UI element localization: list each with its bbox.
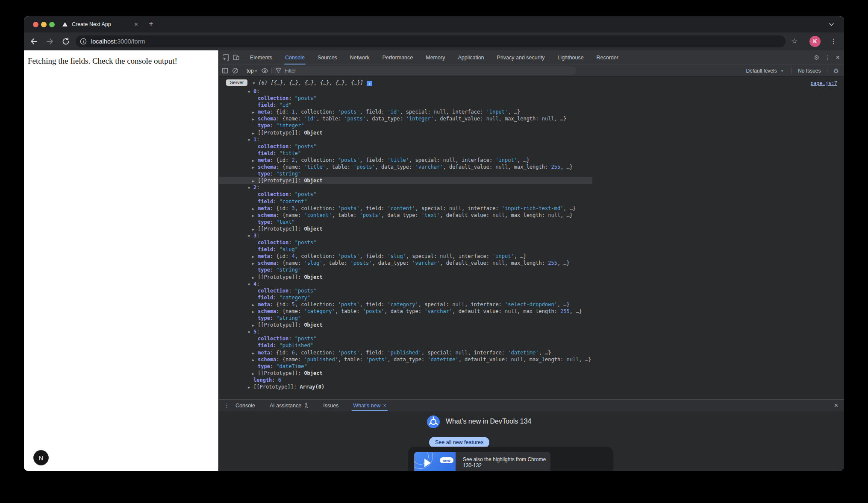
console-row[interactable]: type: "string" [219,266,844,273]
whats-new-tab-close-icon[interactable]: × [383,402,387,409]
toggle-expand-icon[interactable]: ▶ [252,212,258,219]
console-row[interactable]: field: "category" [219,294,844,301]
toggle-expand-icon[interactable]: ▼ [248,184,253,191]
toggle-expand-icon[interactable]: ▶ [252,308,258,315]
toggle-expand-icon[interactable]: ▶ [252,322,258,329]
console-row[interactable]: ▶meta: {id: 4, collection: 'posts', fiel… [219,253,844,260]
console-row[interactable]: ▶schema: {name: 'published', table: 'pos… [219,356,844,363]
console-row[interactable]: ▶schema: {name: 'slug', table: 'posts', … [219,260,844,266]
console-row[interactable]: type: "integer" [219,122,844,129]
console-row[interactable]: length: 6 [219,377,844,383]
console-row[interactable]: type: "string" [219,315,844,322]
toggle-expand-icon[interactable]: ▼ [248,233,253,240]
toggle-expand-icon[interactable]: ▶ [252,205,258,212]
console-row[interactable]: field: "content" [219,198,844,205]
console-row-prototype[interactable]: ▶[[Prototype]]: Object [219,177,592,184]
console-row[interactable]: field: "slug" [219,246,844,253]
minimize-window-button[interactable] [41,22,47,27]
issues-counter[interactable]: No Issues [798,68,821,74]
console-row-prototype[interactable]: ▶[[Prototype]]: Object [219,322,844,328]
console-row[interactable]: ▶meta: {id: 2, collection: 'posts', fiel… [219,157,844,164]
inspect-element-icon[interactable] [221,53,231,63]
console-message-summary[interactable]: Server▼(6) [{…}, {…}, {…}, {…}, {…}, {…}… [219,79,844,87]
tab-search-chevron-icon[interactable] [829,23,834,26]
console-row[interactable]: field: "title" [219,150,844,157]
console-row-prototype[interactable]: ▶[[Prototype]]: Object [219,370,844,377]
console-row-index[interactable]: ▼3: [219,232,844,239]
console-row[interactable]: ▶schema: {name: 'id', table: 'posts', da… [219,115,844,122]
source-link[interactable]: page.js:7 [811,79,837,88]
console-row[interactable]: collection: "posts" [219,191,844,198]
toggle-expand-icon[interactable]: ▶ [252,109,258,116]
console-row-index[interactable]: ▼4: [219,281,844,287]
clear-console-icon[interactable] [230,66,240,76]
toggle-expand-icon[interactable]: ▶ [252,350,258,357]
toggle-expand-icon[interactable]: ▼ [248,137,253,143]
toggle-expand-icon[interactable]: ▶ [252,260,258,267]
devtools-close-icon[interactable]: × [836,54,840,61]
live-expression-eye-icon[interactable] [259,66,270,76]
close-drawer-icon[interactable]: × [834,402,838,409]
devtools-tab-memory[interactable]: Memory [425,50,446,64]
toggle-expand-icon[interactable]: ▶ [252,301,258,308]
toggle-expand-icon[interactable]: ▶ [252,130,258,137]
console-row[interactable]: collection: "posts" [219,239,844,246]
drawer-tab-console[interactable]: Console [235,400,255,411]
console-row[interactable]: ▶meta: {id: 6, collection: 'posts', fiel… [219,349,844,356]
devtools-tab-console[interactable]: Console [284,50,306,64]
devtools-menu-icon[interactable]: ⋮ [825,55,831,61]
console-row[interactable]: ▶meta: {id: 3, collection: 'posts', fiel… [219,205,844,212]
device-toolbar-icon[interactable] [231,53,241,63]
devtools-tab-elements[interactable]: Elements [249,50,273,64]
context-selector[interactable]: top [247,68,254,74]
new-tab-button[interactable]: + [149,16,153,32]
console-sidebar-icon[interactable] [220,66,230,76]
toggle-expand-icon[interactable]: ▶ [252,116,258,123]
console-row[interactable]: type: "dateTime" [219,363,844,370]
devtools-tab-sources[interactable]: Sources [317,50,338,64]
log-levels-dropdown[interactable]: Default levels [746,68,777,74]
bookmark-star-icon[interactable]: ☆ [791,36,797,47]
console-row[interactable]: field: "id" [219,102,844,108]
toggle-expand-icon[interactable]: ▶ [252,178,258,184]
console-row[interactable]: ▶schema: {name: 'title', table: 'posts',… [219,164,844,170]
nextjs-dev-badge[interactable]: N [33,450,49,465]
devtools-tab-lighthouse[interactable]: Lighthouse [556,50,584,64]
toggle-expand-icon[interactable]: ▶ [252,370,258,377]
console-row[interactable]: ▶meta: {id: 1, collection: 'posts', fiel… [219,108,844,115]
console-row[interactable]: collection: "posts" [219,335,844,342]
console-row[interactable]: collection: "posts" [219,287,844,294]
console-row[interactable]: field: "published" [219,342,844,349]
close-window-button[interactable] [33,22,38,27]
devtools-tab-application[interactable]: Application [457,50,485,64]
console-row[interactable]: collection: "posts" [219,143,844,150]
toggle-expand-icon[interactable]: ▶ [248,384,253,391]
address-bar[interactable]: localhost:3000/form [76,35,786,47]
devtools-tab-recorder[interactable]: Recorder [596,50,619,64]
devtools-settings-gear-icon[interactable]: ⚙ [814,54,819,61]
tab-close-icon[interactable]: × [134,16,138,32]
fullscreen-window-button[interactable] [49,22,55,27]
toggle-expand-icon[interactable]: ▶ [252,226,258,233]
console-row-prototype[interactable]: ▶[[Prototype]]: Array(0) [219,383,844,390]
toggle-expand-icon[interactable]: ▶ [252,164,258,171]
console-row[interactable]: ▶meta: {id: 5, collection: 'posts', fiel… [219,301,844,308]
toggle-expand-icon[interactable]: ▼ [248,88,253,95]
console-row-prototype[interactable]: ▶[[Prototype]]: Object [219,274,844,281]
toggle-expand-icon[interactable]: ▼ [253,79,258,88]
console-row[interactable]: ▶schema: {name: 'content', table: 'posts… [219,212,844,219]
console-filter-input[interactable]: Filter [272,66,576,75]
console-row-prototype[interactable]: ▶[[Prototype]]: Object [219,129,844,136]
profile-avatar[interactable]: K [809,36,821,47]
drawer-tab-whats-new[interactable]: What's new × [353,400,386,411]
console-row-prototype[interactable]: ▶[[Prototype]]: Object [219,225,844,232]
console-row[interactable]: type: "text" [219,219,844,225]
highlights-link[interactable]: new See also the highlights from Chrome … [414,452,550,471]
drawer-menu-icon[interactable]: ⋮ [224,402,230,409]
toggle-expand-icon[interactable]: ▶ [252,157,258,164]
console-settings-gear-icon[interactable]: ⚙ [833,67,839,74]
toggle-expand-icon[interactable]: ▶ [252,274,258,281]
devtools-tab-performance[interactable]: Performance [382,50,414,64]
toggle-expand-icon[interactable]: ▼ [248,329,253,336]
console-row-index[interactable]: ▼0: [219,88,844,95]
